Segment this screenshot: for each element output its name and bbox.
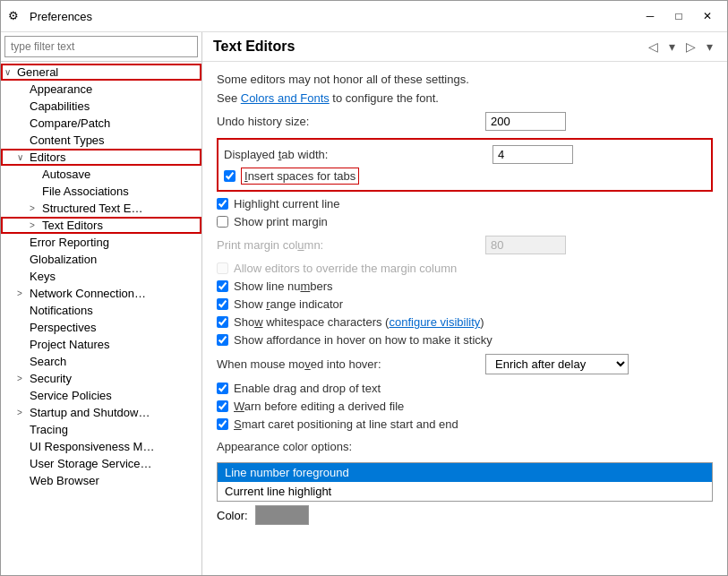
show-line-numbers-label[interactable]: Show line numbers	[234, 279, 333, 293]
insert-spaces-row: Insert spaces for tabs	[224, 168, 706, 185]
sidebar-item-keys[interactable]: Keys	[1, 268, 201, 285]
configure-visibility-link[interactable]: configure visibility	[389, 315, 480, 329]
show-line-numbers-checkbox[interactable]	[217, 280, 228, 292]
sidebar-item-content-types[interactable]: Content Types	[1, 132, 201, 149]
close-button[interactable]: ✕	[695, 6, 720, 26]
print-margin-col-label: Print margin column:	[217, 238, 485, 252]
maximize-button[interactable]: □	[666, 6, 691, 26]
color-list: Line number foreground Current line high…	[217, 462, 713, 502]
sidebar-item-structured-text[interactable]: >Structured Text E…	[1, 200, 201, 217]
filter-input[interactable]	[4, 36, 198, 57]
sidebar-item-user-storage[interactable]: User Storage Service…	[1, 455, 201, 472]
tab-width-label: Displayed tab width:	[224, 148, 492, 161]
tree-arrow: >	[17, 408, 30, 417]
tree-arrow: ∨	[17, 152, 30, 162]
insert-spaces-checkbox[interactable]	[224, 170, 236, 182]
sidebar-item-appearance[interactable]: Appearance	[1, 81, 201, 98]
color-list-item-current-line[interactable]: Current line highlight	[218, 482, 712, 501]
show-affordance-checkbox[interactable]	[217, 334, 228, 346]
nav-forward-dropdown[interactable]: ▾	[703, 38, 716, 56]
sidebar-item-service-policies[interactable]: Service Policies	[1, 387, 201, 404]
nav-back-dropdown[interactable]: ▾	[665, 38, 679, 56]
allow-override-checkbox[interactable]	[217, 262, 228, 274]
sidebar-item-startup-shutdown[interactable]: >Startup and Shutdow…	[1, 404, 201, 421]
tree-area: ∨GeneralAppearanceCapabilitiesCompare/Pa…	[1, 62, 201, 575]
tree-item-label: Service Policies	[30, 389, 112, 402]
enable-drag-drop-checkbox[interactable]	[217, 383, 228, 394]
colors-fonts-link[interactable]: Colors and Fonts	[241, 91, 330, 105]
sidebar-item-text-editors[interactable]: >Text Editors	[1, 217, 201, 234]
color-row: Color:	[217, 505, 713, 525]
sidebar-item-network-connection[interactable]: >Network Connection…	[1, 285, 201, 302]
highlight-line-label[interactable]: Highlight current line	[234, 197, 340, 211]
tree-item-label: Appearance	[30, 82, 92, 96]
tree-item-label: Project Natures	[30, 338, 110, 351]
color-list-item-line-number[interactable]: Line number foreground	[218, 463, 712, 482]
tree-item-label: Content Types	[30, 133, 105, 147]
insert-spaces-label[interactable]: Insert spaces for tabs	[241, 168, 359, 185]
show-print-margin-label[interactable]: Show print margin	[234, 215, 328, 228]
sidebar-item-ui-responsiveness[interactable]: UI Responsiveness M…	[1, 438, 201, 455]
sidebar-item-capabilities[interactable]: Capabilities	[1, 98, 201, 115]
tab-width-input[interactable]	[492, 145, 573, 164]
mouse-hover-label: When mouse moved into hover:	[217, 357, 485, 371]
tree-item-label: Compare/Patch	[30, 116, 110, 130]
sidebar-item-globalization[interactable]: Globalization	[1, 251, 201, 268]
enable-drag-drop-label[interactable]: Enable drag and drop of text	[234, 382, 381, 395]
show-whitespace-checkbox[interactable]	[217, 316, 228, 328]
sidebar-item-perspectives[interactable]: Perspectives	[1, 319, 201, 336]
sidebar-item-general[interactable]: ∨General	[1, 64, 201, 81]
show-print-margin-checkbox[interactable]	[217, 216, 228, 228]
warn-editing-label[interactable]: Warn before editing a derived file	[234, 400, 404, 413]
mouse-hover-select[interactable]: Enrich after delay Immediately Never	[485, 354, 629, 374]
print-margin-col-input[interactable]	[485, 236, 566, 254]
tree-item-label: File Associations	[42, 185, 129, 198]
tree-arrow: ∨	[4, 67, 17, 77]
tree-item-label: Perspectives	[30, 321, 96, 334]
tree-item-label: Keys	[30, 270, 56, 283]
sidebar-item-search[interactable]: Search	[1, 353, 201, 370]
tree-item-label: Web Browser	[30, 474, 99, 487]
sidebar-item-editors[interactable]: ∨Editors	[1, 149, 201, 166]
sidebar-item-compare-patch[interactable]: Compare/Patch	[1, 115, 201, 132]
sidebar-item-tracing[interactable]: Tracing	[1, 421, 201, 438]
show-line-numbers-row: Show line numbers	[217, 279, 713, 293]
nav-forward-button[interactable]: ▷	[682, 38, 699, 56]
allow-override-row: Allow editors to override the margin col…	[217, 262, 713, 275]
tree-item-label: Text Editors	[42, 219, 103, 232]
show-affordance-label[interactable]: Show affordance in hover on how to make …	[234, 333, 492, 347]
sidebar-item-security[interactable]: >Security	[1, 370, 201, 387]
show-range-label[interactable]: Show range indicator	[234, 297, 343, 311]
warn-editing-checkbox[interactable]	[217, 400, 228, 412]
main-content: ∨GeneralAppearanceCapabilitiesCompare/Pa…	[1, 32, 727, 575]
enable-drag-drop-row: Enable drag and drop of text	[217, 382, 713, 395]
title-bar: ⚙ Preferences ─ □ ✕	[1, 1, 727, 32]
nav-back-button[interactable]: ◁	[645, 38, 662, 56]
tree-item-label: Error Reporting	[30, 236, 109, 249]
minimize-button[interactable]: ─	[638, 6, 663, 26]
show-print-margin-row: Show print margin	[217, 215, 713, 228]
smart-caret-row: Smart caret positioning at line start an…	[217, 417, 713, 431]
tree-arrow: >	[30, 220, 42, 230]
highlight-line-checkbox[interactable]	[217, 198, 228, 210]
show-affordance-row: Show affordance in hover on how to make …	[217, 333, 713, 347]
tab-highlight-box: Displayed tab width: Insert spaces for t…	[217, 138, 713, 192]
smart-caret-label[interactable]: Smart caret positioning at line start an…	[234, 417, 458, 431]
panel-title: Text Editors	[213, 39, 295, 55]
color-swatch[interactable]	[255, 505, 309, 525]
tree-item-label: Globalization	[30, 253, 97, 266]
show-range-checkbox[interactable]	[217, 298, 228, 310]
undo-input[interactable]	[485, 112, 566, 131]
show-whitespace-label[interactable]: Show whitespace characters (configure vi…	[234, 315, 484, 329]
sidebar-item-file-associations[interactable]: File Associations	[1, 183, 201, 200]
smart-caret-checkbox[interactable]	[217, 418, 228, 430]
tree-item-label: Search	[30, 355, 66, 368]
tree-item-label: Tracing	[30, 423, 68, 436]
sidebar-item-error-reporting[interactable]: Error Reporting	[1, 234, 201, 251]
sidebar-item-web-browser[interactable]: Web Browser	[1, 472, 201, 489]
sidebar-item-project-natures[interactable]: Project Natures	[1, 336, 201, 353]
sidebar-item-notifications[interactable]: Notifications	[1, 302, 201, 319]
sidebar-item-autosave[interactable]: Autosave	[1, 166, 201, 183]
tree-arrow: >	[17, 374, 30, 383]
desc3-text: to configure the font.	[330, 91, 439, 105]
